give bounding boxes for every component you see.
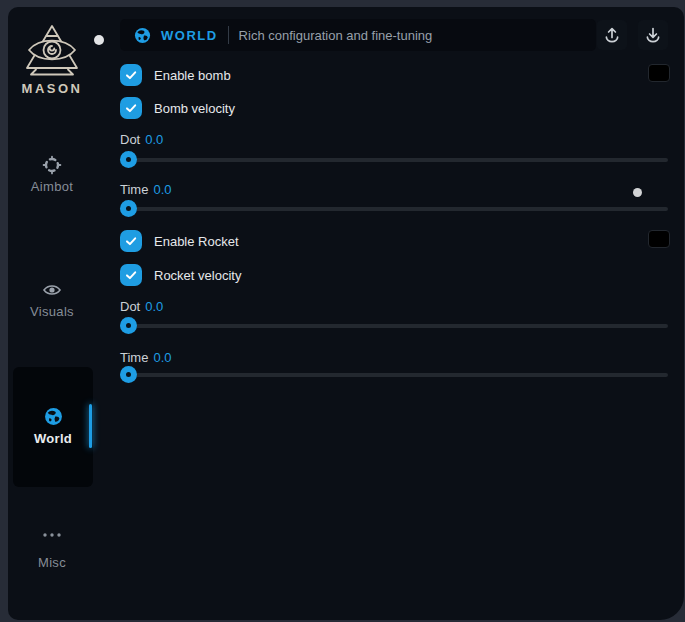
checkbox-label: Bomb velocity (154, 101, 235, 116)
sidebar-item-label: Aimbot (8, 179, 96, 194)
logo: MASON (8, 23, 96, 96)
slider-label-time: Time0.0 (120, 350, 171, 365)
slider-thumb-time[interactable] (120, 200, 137, 217)
screen: MASON Aimbot Visuals (0, 0, 685, 622)
header-tab-label: WORLD (161, 28, 218, 43)
globe-icon (134, 27, 151, 44)
mason-eye-logo-icon (8, 23, 96, 77)
checkbox-label: Rocket velocity (154, 268, 241, 283)
rocket-color-swatch[interactable] (648, 230, 670, 248)
crosshair-icon (8, 155, 96, 175)
sidebar-item-aimbot[interactable]: Aimbot (8, 155, 96, 194)
globe-icon (13, 407, 93, 427)
slider-value: 0.0 (145, 299, 163, 314)
sidebar-item-misc[interactable]: Misc (8, 531, 96, 570)
sidebar-item-label: Visuals (8, 304, 96, 319)
slider-thumb-dot[interactable] (120, 151, 137, 168)
overlay-dot (94, 35, 104, 45)
checkbox-enable-rocket[interactable]: Enable Rocket (120, 230, 239, 252)
download-config-button[interactable] (638, 20, 668, 50)
slider-label-time: Time0.0 (120, 182, 171, 197)
checkbox-checked-icon (120, 64, 142, 86)
slider-label-dot: Dot0.0 (120, 299, 163, 314)
checkbox-checked-icon (120, 264, 142, 286)
checkbox-enable-bomb[interactable]: Enable bomb (120, 64, 231, 86)
slider-track-dot[interactable] (120, 158, 668, 162)
slider-value: 0.0 (153, 182, 171, 197)
bomb-color-swatch[interactable] (648, 64, 670, 82)
slider-label-dot: Dot0.0 (120, 132, 163, 147)
upload-icon (603, 26, 621, 44)
sidebar-item-visuals[interactable]: Visuals (8, 280, 96, 319)
checkbox-checked-icon (120, 230, 142, 252)
header-bar: WORLD Rich configuration and fine-tuning (120, 19, 596, 51)
checkbox-rocket-velocity[interactable]: Rocket velocity (120, 264, 241, 286)
checkbox-label: Enable Rocket (154, 234, 239, 249)
ellipsis-icon (8, 531, 96, 551)
eye-icon (8, 280, 96, 300)
slider-value: 0.0 (153, 350, 171, 365)
slider-track-time[interactable] (120, 373, 668, 377)
cheat-menu-window: MASON Aimbot Visuals (8, 7, 684, 620)
active-tab-indicator (89, 404, 92, 448)
overlay-dot (633, 188, 642, 197)
sidebar-item-label: Misc (8, 555, 96, 570)
slider-thumb-time[interactable] (120, 366, 137, 383)
checkbox-label: Enable bomb (154, 68, 231, 83)
header-subtitle: Rich configuration and fine-tuning (239, 28, 433, 43)
sidebar-item-label: World (13, 431, 93, 446)
sidebar: MASON Aimbot Visuals (8, 7, 112, 620)
checkbox-checked-icon (120, 97, 142, 119)
download-icon (644, 26, 662, 44)
slider-track-time[interactable] (120, 207, 668, 211)
slider-track-dot[interactable] (120, 324, 668, 328)
sidebar-item-world[interactable]: World (13, 367, 93, 487)
upload-config-button[interactable] (597, 20, 627, 50)
header-divider (228, 26, 229, 44)
slider-thumb-dot[interactable] (120, 317, 137, 334)
checkbox-bomb-velocity[interactable]: Bomb velocity (120, 97, 235, 119)
logo-text: MASON (8, 81, 96, 96)
slider-value: 0.0 (145, 132, 163, 147)
